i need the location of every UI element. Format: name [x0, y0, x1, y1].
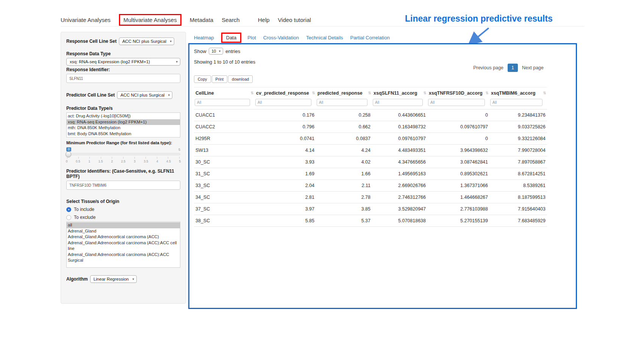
table-row: 34_SC2.812.782.7463127661.4646682678.187…	[194, 192, 547, 203]
cell-value: 4.24	[316, 145, 372, 156]
print-button[interactable]: Print	[212, 75, 228, 83]
slider-handle[interactable]	[66, 151, 71, 157]
tab-plot[interactable]: Plot	[247, 35, 256, 41]
radio-icon	[66, 215, 71, 220]
tissue-option-2[interactable]: Adrenal_Gland:Adrenocortical carcinoma (…	[67, 234, 180, 240]
response-identifier-input[interactable]	[66, 74, 180, 83]
response-cell-line-set-label: Response Cell Line Set	[66, 39, 117, 44]
tab-data[interactable]: Data	[221, 33, 241, 43]
column-header-predicted-response[interactable]: predicted_response⇅	[316, 87, 372, 98]
algorithm-select[interactable]: Linear Regression ▾	[90, 275, 137, 283]
cell-value: 4.347665656	[372, 156, 427, 168]
column-header-cellline[interactable]: CellLine⇅	[194, 87, 255, 98]
response-cell-line-set-select[interactable]: ACC NCI plus Surgical ▾	[119, 37, 174, 45]
selected-value: ACC NCI plus Surgical	[120, 93, 164, 97]
cell-value: 2.776103988	[427, 203, 489, 215]
filter-input-cellline[interactable]	[195, 99, 250, 106]
nav-item-search[interactable]: Search	[222, 17, 240, 23]
selected-value: ACC NCI plus Surgical	[122, 39, 166, 44]
chevron-down-icon: ▾	[168, 93, 170, 97]
cell-line: 37_SC	[194, 203, 255, 215]
filter-input-xsqtmbim6-accorg[interactable]	[490, 99, 542, 106]
column-header-xsqtnfrsf10d-accorg[interactable]: xsqTNFRSF10D_accorg⇅	[427, 87, 489, 98]
sort-icon[interactable]: ⇅	[543, 91, 546, 95]
column-label: CellLine	[195, 90, 214, 96]
tab-technical-details[interactable]: Technical Details	[306, 35, 343, 41]
filter-cell	[194, 98, 255, 109]
nav-item-metadata[interactable]: Metadata	[190, 17, 214, 23]
min-predictor-range-slider[interactable]: 0 5 00.511.522.533.544.55	[66, 147, 180, 165]
tissue-origin-label: Select Tissue/s of Origin	[66, 199, 180, 204]
cell-value: 7.683485929	[489, 215, 547, 227]
cell-value: 2.78	[316, 192, 372, 203]
column-header-xsqtmbim6-accorg[interactable]: xsqTMBIM6_accorg⇅	[489, 87, 547, 98]
slider-tick-label: 2.5	[119, 159, 127, 163]
radio-option-to-exclude[interactable]: To exclude	[66, 215, 180, 220]
table-info-row: Showing 1 to 10 of 10 entries Previous p…	[194, 59, 547, 72]
cell-value: 7.897058867	[489, 156, 547, 168]
cell-value: 0.0741	[255, 133, 316, 145]
next-page-button[interactable]: Next page	[519, 64, 547, 72]
tab-cross-validation[interactable]: Cross-Validation	[263, 35, 299, 41]
chevron-down-icon: ▾	[170, 39, 172, 43]
nav-item-univariate-analyses[interactable]: Univariate Analyses	[61, 17, 111, 23]
filter-input-xsqtnfrsf10d-accorg[interactable]	[428, 99, 485, 106]
filter-input-cv-predicted-response[interactable]	[255, 99, 311, 106]
cell-value: 0.662	[316, 121, 372, 133]
column-label: xsqSLFN11_accorg	[374, 90, 417, 96]
tissue-list[interactable]: allAdrenal_GlandAdrenal_Gland:Adrenocort…	[66, 222, 180, 268]
page: Univariate AnalysesMultivariate Analyses…	[0, 0, 644, 362]
table-row: CUACC20.7960.6620.1634987320.0976107979.…	[194, 121, 547, 133]
sort-icon[interactable]: ⇅	[251, 91, 254, 95]
page-1-button[interactable]: 1	[508, 64, 518, 72]
filter-input-xsqslfn11-accorg[interactable]	[373, 99, 423, 106]
tissue-option-4[interactable]: Adrenal_Gland:Adrenocortical carcinoma (…	[67, 252, 180, 264]
filter-cell	[255, 98, 316, 109]
response-data-type-select[interactable]: xsq: RNA-seq Expression (log2 FPKM+1) ▾	[66, 58, 180, 66]
predictor-identifiers-input[interactable]	[66, 181, 180, 190]
predictor-type-option-mth[interactable]: mth: DNA 850K Methylation	[67, 125, 180, 131]
tissue-option-1[interactable]: Adrenal_Gland	[67, 228, 180, 234]
cell-value: 1.66	[316, 168, 372, 180]
slider-tick-labels: 00.511.522.533.544.55	[63, 159, 184, 163]
predictor-type-option-bmt[interactable]: bmt: Body DNA 850K Methylation	[67, 131, 180, 137]
copy-button[interactable]: Copy	[194, 75, 211, 83]
tab-heatmap[interactable]: Heatmap	[194, 35, 214, 41]
predictor-type-option-xsq[interactable]: xsq: RNA-seq Expression (log2 FPKM+1)	[67, 119, 180, 125]
previous-page-button[interactable]: Previous page	[470, 64, 507, 72]
radio-icon	[66, 207, 71, 212]
tissue-option-0[interactable]: all	[67, 222, 180, 228]
sort-icon[interactable]: ⇅	[368, 91, 371, 95]
sort-icon[interactable]: ⇅	[424, 91, 427, 95]
cell-value: 2.669026766	[372, 180, 427, 192]
tab-partial-correlation[interactable]: Partial Correlation	[350, 35, 390, 41]
sort-icon[interactable]: ⇅	[486, 91, 489, 95]
predictor-data-type-list[interactable]: act: Drug Activity (-log10[IC50M])xsq: R…	[66, 112, 180, 137]
tissue-option-3[interactable]: Adrenal_Gland:Adrenocortical carcinoma (…	[67, 240, 180, 252]
column-header-xsqslfn11-accorg[interactable]: xsqSLFN11_accorg⇅	[372, 87, 427, 98]
table-head: CellLine⇅cv_predicted_response⇅predicted…	[194, 87, 547, 109]
cell-line: SW13	[194, 145, 255, 156]
predictor-cell-line-set-select[interactable]: ACC NCI plus Surgical ▾	[117, 91, 172, 99]
nav-item-help[interactable]: Help	[258, 17, 270, 23]
annotation-text: Linear regression predictive results	[405, 14, 553, 24]
column-header-cv-predicted-response[interactable]: cv_predicted_response⇅	[255, 87, 316, 98]
predictor-type-option-act[interactable]: act: Drug Activity (-log10[IC50M])	[67, 113, 180, 119]
selected-value: xsq: RNA-seq Expression (log2 FPKM+1)	[70, 59, 172, 64]
cell-value: 0.258	[316, 109, 372, 121]
page-length-select[interactable]: 10 ▾	[209, 48, 224, 55]
cell-line: 30_SC	[194, 156, 255, 168]
cell-value: 2.81	[255, 192, 316, 203]
slider-track[interactable]	[66, 153, 180, 155]
radio-option-to-include[interactable]: To include	[66, 207, 180, 212]
nav-item-multivariate-analyses[interactable]: Multivariate Analyses	[119, 14, 181, 26]
download-button[interactable]: download	[228, 75, 253, 83]
cell-value: 4.02	[316, 156, 372, 168]
cell-value: 3.087462841	[427, 156, 489, 168]
table-row: H295R0.07410.08370.09761079709.332126084	[194, 133, 547, 145]
nav-item-video-tutorial[interactable]: Video tutorial	[278, 17, 311, 23]
sort-icon[interactable]: ⇅	[312, 91, 315, 95]
filter-input-predicted-response[interactable]	[317, 99, 367, 106]
slider-value-badge: 0	[66, 147, 71, 151]
slider-tick-label: 4	[153, 159, 161, 163]
